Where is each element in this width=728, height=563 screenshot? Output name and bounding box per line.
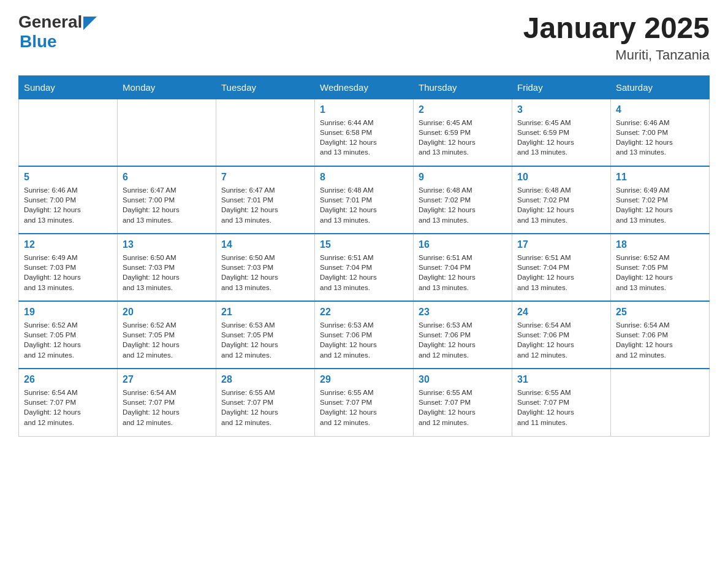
calendar-body: 1Sunrise: 6:44 AMSunset: 6:58 PMDaylight… — [19, 99, 710, 436]
day-info: Sunrise: 6:51 AMSunset: 7:04 PMDaylight:… — [419, 253, 507, 292]
day-info: Sunrise: 6:46 AMSunset: 7:00 PMDaylight:… — [616, 118, 704, 157]
day-number: 12 — [24, 239, 112, 250]
day-info: Sunrise: 6:49 AMSunset: 7:03 PMDaylight:… — [24, 253, 112, 292]
day-info: Sunrise: 6:51 AMSunset: 7:04 PMDaylight:… — [320, 253, 408, 292]
calendar-cell: 16Sunrise: 6:51 AMSunset: 7:04 PMDayligh… — [414, 234, 512, 301]
calendar-table: Sunday Monday Tuesday Wednesday Thursday… — [18, 75, 710, 437]
header-monday: Monday — [118, 75, 216, 99]
day-info: Sunrise: 6:53 AMSunset: 7:06 PMDaylight:… — [320, 320, 408, 359]
calendar-cell: 15Sunrise: 6:51 AMSunset: 7:04 PMDayligh… — [315, 234, 414, 301]
calendar-cell: 17Sunrise: 6:51 AMSunset: 7:04 PMDayligh… — [512, 234, 611, 301]
day-info: Sunrise: 6:52 AMSunset: 7:05 PMDaylight:… — [616, 253, 704, 292]
day-number: 2 — [419, 104, 507, 115]
calendar-week-row: 1Sunrise: 6:44 AMSunset: 6:58 PMDaylight… — [19, 99, 710, 166]
calendar-cell: 6Sunrise: 6:47 AMSunset: 7:00 PMDaylight… — [118, 166, 216, 234]
calendar-week-row: 5Sunrise: 6:46 AMSunset: 7:00 PMDaylight… — [19, 166, 710, 234]
calendar-cell: 18Sunrise: 6:52 AMSunset: 7:05 PMDayligh… — [611, 234, 710, 301]
day-number: 25 — [616, 307, 704, 318]
day-info: Sunrise: 6:52 AMSunset: 7:05 PMDaylight:… — [123, 320, 211, 359]
day-number: 17 — [517, 239, 605, 250]
calendar-cell: 7Sunrise: 6:47 AMSunset: 7:01 PMDaylight… — [216, 166, 315, 234]
calendar-cell — [19, 99, 118, 166]
header-wednesday: Wednesday — [315, 75, 414, 99]
calendar-cell: 24Sunrise: 6:54 AMSunset: 7:06 PMDayligh… — [512, 301, 611, 369]
day-number: 15 — [320, 239, 408, 250]
day-info: Sunrise: 6:53 AMSunset: 7:06 PMDaylight:… — [419, 320, 507, 359]
day-number: 19 — [24, 307, 112, 318]
calendar-cell: 4Sunrise: 6:46 AMSunset: 7:00 PMDaylight… — [611, 99, 710, 166]
svg-marker-0 — [83, 17, 97, 30]
day-number: 22 — [320, 307, 408, 318]
day-number: 24 — [517, 307, 605, 318]
day-number: 4 — [616, 104, 704, 115]
day-info: Sunrise: 6:50 AMSunset: 7:03 PMDaylight:… — [123, 253, 211, 292]
calendar-cell: 11Sunrise: 6:49 AMSunset: 7:02 PMDayligh… — [611, 166, 710, 234]
day-number: 16 — [419, 239, 507, 250]
day-info: Sunrise: 6:55 AMSunset: 7:07 PMDaylight:… — [517, 388, 605, 427]
day-number: 3 — [517, 104, 605, 115]
day-number: 6 — [123, 172, 211, 183]
calendar-cell: 8Sunrise: 6:48 AMSunset: 7:01 PMDaylight… — [315, 166, 414, 234]
day-number: 5 — [24, 172, 112, 183]
header-thursday: Thursday — [414, 75, 512, 99]
day-info: Sunrise: 6:50 AMSunset: 7:03 PMDaylight:… — [221, 253, 309, 292]
day-info: Sunrise: 6:48 AMSunset: 7:02 PMDaylight:… — [419, 185, 507, 224]
day-info: Sunrise: 6:55 AMSunset: 7:07 PMDaylight:… — [419, 388, 507, 427]
day-info: Sunrise: 6:54 AMSunset: 7:06 PMDaylight:… — [616, 320, 704, 359]
day-info: Sunrise: 6:54 AMSunset: 7:07 PMDaylight:… — [24, 388, 112, 427]
day-number: 14 — [221, 239, 309, 250]
day-number: 7 — [221, 172, 309, 183]
calendar-cell: 27Sunrise: 6:54 AMSunset: 7:07 PMDayligh… — [118, 369, 216, 436]
day-number: 9 — [419, 172, 507, 183]
day-number: 20 — [123, 307, 211, 318]
day-info: Sunrise: 6:55 AMSunset: 7:07 PMDaylight:… — [320, 388, 408, 427]
day-number: 30 — [419, 374, 507, 385]
calendar-cell: 9Sunrise: 6:48 AMSunset: 7:02 PMDaylight… — [414, 166, 512, 234]
day-info: Sunrise: 6:55 AMSunset: 7:07 PMDaylight:… — [221, 388, 309, 427]
calendar-cell: 12Sunrise: 6:49 AMSunset: 7:03 PMDayligh… — [19, 234, 118, 301]
day-info: Sunrise: 6:52 AMSunset: 7:05 PMDaylight:… — [24, 320, 112, 359]
day-info: Sunrise: 6:49 AMSunset: 7:02 PMDaylight:… — [616, 185, 704, 224]
calendar-cell: 31Sunrise: 6:55 AMSunset: 7:07 PMDayligh… — [512, 369, 611, 436]
day-info: Sunrise: 6:47 AMSunset: 7:00 PMDaylight:… — [123, 185, 211, 224]
day-number: 10 — [517, 172, 605, 183]
calendar-cell: 1Sunrise: 6:44 AMSunset: 6:58 PMDaylight… — [315, 99, 414, 166]
day-info: Sunrise: 6:54 AMSunset: 7:07 PMDaylight:… — [123, 388, 211, 427]
logo-blue: Blue — [20, 32, 57, 52]
day-number: 29 — [320, 374, 408, 385]
day-info: Sunrise: 6:53 AMSunset: 7:05 PMDaylight:… — [221, 320, 309, 359]
calendar-cell: 29Sunrise: 6:55 AMSunset: 7:07 PMDayligh… — [315, 369, 414, 436]
page-header: General Blue January 2025 Muriti, Tanzan… — [18, 12, 710, 63]
calendar-cell: 23Sunrise: 6:53 AMSunset: 7:06 PMDayligh… — [414, 301, 512, 369]
logo-triangle-icon — [83, 17, 97, 30]
day-info: Sunrise: 6:46 AMSunset: 7:00 PMDaylight:… — [24, 185, 112, 224]
calendar-week-row: 19Sunrise: 6:52 AMSunset: 7:05 PMDayligh… — [19, 301, 710, 369]
day-number: 28 — [221, 374, 309, 385]
calendar-week-row: 26Sunrise: 6:54 AMSunset: 7:07 PMDayligh… — [19, 369, 710, 436]
location-subtitle: Muriti, Tanzania — [523, 47, 710, 63]
calendar-cell: 25Sunrise: 6:54 AMSunset: 7:06 PMDayligh… — [611, 301, 710, 369]
calendar-cell: 3Sunrise: 6:45 AMSunset: 6:59 PMDaylight… — [512, 99, 611, 166]
calendar-cell: 30Sunrise: 6:55 AMSunset: 7:07 PMDayligh… — [414, 369, 512, 436]
calendar-header-row: Sunday Monday Tuesday Wednesday Thursday… — [19, 75, 710, 99]
title-section: January 2025 Muriti, Tanzania — [523, 12, 710, 63]
day-info: Sunrise: 6:54 AMSunset: 7:06 PMDaylight:… — [517, 320, 605, 359]
day-number: 27 — [123, 374, 211, 385]
day-info: Sunrise: 6:48 AMSunset: 7:01 PMDaylight:… — [320, 185, 408, 224]
header-friday: Friday — [512, 75, 611, 99]
day-info: Sunrise: 6:44 AMSunset: 6:58 PMDaylight:… — [320, 118, 408, 157]
day-info: Sunrise: 6:51 AMSunset: 7:04 PMDaylight:… — [517, 253, 605, 292]
calendar-cell — [118, 99, 216, 166]
day-number: 1 — [320, 104, 408, 115]
day-number: 11 — [616, 172, 704, 183]
calendar-week-row: 12Sunrise: 6:49 AMSunset: 7:03 PMDayligh… — [19, 234, 710, 301]
calendar-cell: 26Sunrise: 6:54 AMSunset: 7:07 PMDayligh… — [19, 369, 118, 436]
month-year-title: January 2025 — [523, 12, 710, 45]
header-saturday: Saturday — [611, 75, 710, 99]
calendar-cell: 5Sunrise: 6:46 AMSunset: 7:00 PMDaylight… — [19, 166, 118, 234]
day-info: Sunrise: 6:47 AMSunset: 7:01 PMDaylight:… — [221, 185, 309, 224]
day-number: 26 — [24, 374, 112, 385]
calendar-cell: 22Sunrise: 6:53 AMSunset: 7:06 PMDayligh… — [315, 301, 414, 369]
calendar-cell: 10Sunrise: 6:48 AMSunset: 7:02 PMDayligh… — [512, 166, 611, 234]
day-number: 18 — [616, 239, 704, 250]
